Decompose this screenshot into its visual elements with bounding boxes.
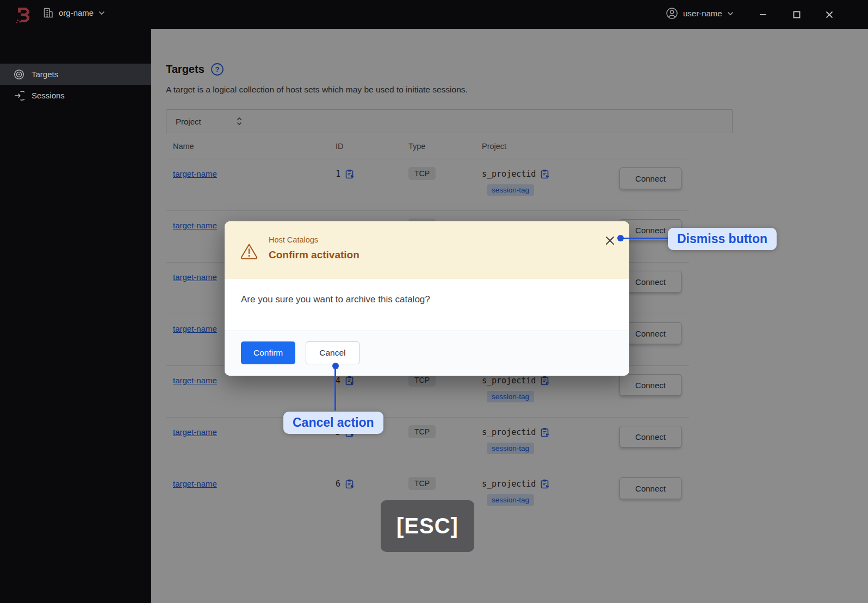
bullseye-icon <box>14 69 24 80</box>
sidebar: Targets Sessions <box>0 29 151 603</box>
cancel-button[interactable]: Cancel <box>306 341 359 364</box>
chevron-down-icon <box>727 11 734 16</box>
user-menu[interactable]: user-name <box>666 7 734 20</box>
dialog-footer: Confirm Cancel <box>225 331 629 376</box>
close-icon <box>605 235 615 246</box>
dismiss-callout-dot <box>617 235 624 241</box>
warning-triangle-icon <box>240 243 258 279</box>
minimize-icon[interactable] <box>754 7 772 23</box>
dialog-dismiss-button[interactable] <box>602 233 617 248</box>
user-circle-icon <box>666 7 678 20</box>
close-icon[interactable] <box>820 7 839 23</box>
esc-key-badge: [ESC] <box>381 500 474 552</box>
maximize-icon[interactable] <box>788 7 806 23</box>
dismiss-callout-label: Dismiss button <box>668 228 777 250</box>
dialog-title: Confirm activation <box>269 249 359 261</box>
app-window: Targets ? A target is a logical collecti… <box>0 0 868 603</box>
session-arrow-icon <box>14 90 24 101</box>
cancel-callout-label: Cancel action <box>283 412 383 434</box>
sidebar-item-label: Sessions <box>32 91 65 100</box>
confirm-button[interactable]: Confirm <box>241 341 295 364</box>
building-icon <box>42 7 54 18</box>
dialog-context-label: Host Catalogs <box>269 234 359 244</box>
top-bar: org-name user-name <box>0 0 868 29</box>
dialog-message: Are you sure you want to archive this ca… <box>225 279 629 331</box>
dismiss-callout-line <box>623 238 669 239</box>
dialog-header: Host Catalogs Confirm activation <box>225 221 629 279</box>
sidebar-item-targets[interactable]: Targets <box>0 64 151 85</box>
sidebar-item-label: Targets <box>32 70 58 79</box>
boundary-logo-icon <box>15 6 32 23</box>
sidebar-item-sessions[interactable]: Sessions <box>0 85 151 106</box>
user-name-label: user-name <box>683 9 722 18</box>
confirm-dialog: Host Catalogs Confirm activation Are you… <box>225 221 629 376</box>
org-switcher[interactable]: org-name <box>42 7 105 18</box>
org-name-label: org-name <box>59 8 94 17</box>
cancel-callout-line <box>334 369 336 411</box>
chevron-down-icon <box>98 11 105 15</box>
cancel-callout-dot <box>332 363 339 369</box>
